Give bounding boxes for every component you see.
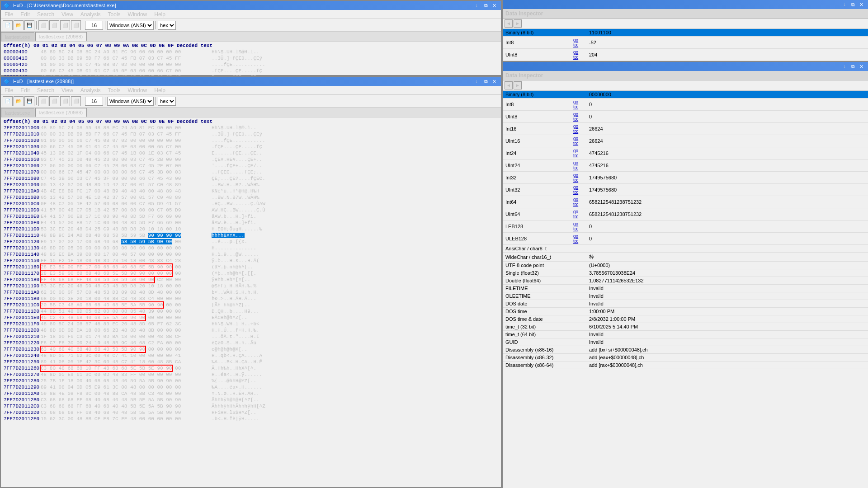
hex-row-2-3[interactable]: 7FF7D201103000 66 C7 45 0B 01 01 C7 45 0… xyxy=(4,144,498,150)
close-btn-2[interactable]: ✕ xyxy=(491,79,498,84)
menu-search-1[interactable]: Search xyxy=(35,11,56,18)
hex-row-2-8[interactable]: 7FF7D2011080C7 45 3B 00 03 C7 45 3F 09 0… xyxy=(4,175,498,182)
menu-view-2[interactable]: View xyxy=(60,87,75,94)
menu-file-2[interactable]: File xyxy=(3,87,15,94)
hex-row-2-45[interactable]: 7FF7D20112D0C3 68 68 68 FF 68 40 68 40 4… xyxy=(4,409,498,416)
hex-row-2-37[interactable]: 7FF7D201125089 41 08 05 1E 42 3C 00 48 C… xyxy=(4,359,498,365)
tab-lasttest-20988-1[interactable]: lasttest.exe (20988) xyxy=(35,32,87,41)
tb1[interactable]: ⬜ xyxy=(38,20,48,30)
insp-goto-2[interactable]: go to: xyxy=(571,111,586,123)
insp-goto-1[interactable]: go to: xyxy=(571,99,586,111)
hex-row-2-33[interactable]: 7FF7D20112101F 18 00 F6 C3 01 74 0D BA 1… xyxy=(4,333,498,340)
hex-row-2-4[interactable]: 7FF7D201104045 13 06 02 1F 04 00 66 C7 4… xyxy=(4,150,498,156)
menu-help-2[interactable]: Help xyxy=(152,87,167,94)
hex-row-2-24[interactable]: 7FF7D2011180 FF 48 68 68 FF 48 68 59 5B … xyxy=(4,277,498,283)
close-btn-1[interactable]: ✕ xyxy=(491,3,498,9)
close-btn-insp1[interactable]: ✕ xyxy=(858,2,865,8)
hex-row-2-44[interactable]: 7FF7D20112C0C3 68 68 68 FF 68 40 68 40 4… xyxy=(4,403,498,409)
insp-goto-int8-1[interactable]: go to: xyxy=(571,37,586,49)
insp-goto-8[interactable]: go to: xyxy=(571,184,586,196)
menu-edit-1[interactable]: Edit xyxy=(19,11,32,18)
nav-left-1[interactable]: ◀ xyxy=(505,19,513,28)
hex-row-1-2[interactable]: 00000420 01 00 00 00 66 C7 45 0B 07 02 0… xyxy=(4,61,498,68)
tab-lasttest-2[interactable]: lasttest.exe xyxy=(1,108,34,117)
hex-row-2-6[interactable]: 7FF7D201106027 06 00 00 00 66 C7 45 2B 0… xyxy=(4,163,498,169)
menu-analysis-1[interactable]: Analysis xyxy=(79,11,103,18)
hex-row-2-23[interactable]: 7FF7D2011170 28 E3 59 00 68 68 40 68 5E … xyxy=(4,270,498,277)
hex-row-2-30[interactable]: 7FF7D20111E0 45 C2 43 48 68 40 68 5E 5A … xyxy=(4,314,498,321)
hex-row-2-42[interactable]: 7FF7D20112A059 8B 4E 08 F8 9C 00 48 8B C… xyxy=(4,390,498,397)
tab-lasttest-20988-2[interactable]: lasttest.exe (20988) xyxy=(35,108,87,117)
menu-tools-2[interactable]: Tools xyxy=(106,87,123,94)
new-btn-1[interactable]: 📄 xyxy=(3,20,13,30)
hex-row-2-34[interactable]: 7FF7D2011220E8 C7 F8 30 00 24 10 48 8B 9… xyxy=(4,340,498,346)
encoding-select-1[interactable]: Windows (ANSI) xyxy=(107,21,154,30)
hex-row-2-38[interactable]: 7FF7D2011260 C3 80 48 68 68 10 FF 48 68 … xyxy=(4,365,498,371)
menu-tools-1[interactable]: Tools xyxy=(106,11,123,18)
hex-row-2-7[interactable]: 7FF7D201107000 00 66 C7 45 47 00 00 00 0… xyxy=(4,169,498,175)
hex-row-2-32[interactable]: 7FF7D201120048 8D 0D 0B DA 18 00 66 2B 4… xyxy=(4,327,498,333)
tb6[interactable]: ⬜ xyxy=(49,96,59,106)
hex-row-2-18[interactable]: 7FF7D2011120 E9 17 07 02 17 00 68 40 68 … xyxy=(4,239,498,245)
tb3[interactable]: ⬜ xyxy=(60,20,70,30)
nav-right-1[interactable]: ▶ xyxy=(514,19,522,28)
hex-row-2-35[interactable]: 7FF7D2011230 63 40 68 40 68 40 68 40 58 … xyxy=(4,346,498,352)
insp-goto-10[interactable]: go to: xyxy=(571,208,586,221)
tab-lasttest-1[interactable]: lasttest.exe xyxy=(1,32,34,41)
hex-row-2-25[interactable]: 7FF7D201119053 3C EC 20 48 D9 48 C3 48 8… xyxy=(4,283,498,289)
insp-goto-binary-1[interactable] xyxy=(571,29,586,37)
open-btn-2[interactable]: 📂 xyxy=(14,96,24,106)
new-btn-2[interactable]: 📄 xyxy=(3,96,13,106)
tb7[interactable]: ⬜ xyxy=(60,96,70,106)
open-btn-1[interactable]: 📂 xyxy=(14,20,24,30)
hex-row-2-26[interactable]: 7FF7D20111A062 3C 00 0F 57 C0 48 53 D3 0… xyxy=(4,289,498,296)
hex-row-2-41[interactable]: 7FF7D201129089 41 08 04 0D 05 E9 61 3C 0… xyxy=(4,384,498,390)
encoding-select-2[interactable]: Windows (ANSI) xyxy=(107,97,154,106)
nav-left-2[interactable]: ◀ xyxy=(505,81,513,89)
hex-row-2-28[interactable]: 7FF7D20111C0 20 5B C3 48 A0 68 68 40 68 … xyxy=(4,302,498,308)
menu-window-2[interactable]: Window xyxy=(126,87,149,94)
insp-goto-12[interactable]: go to: xyxy=(571,233,586,245)
hex-row-2-9[interactable]: 7FF7D201109005 13 42 57 00 48 8D 1D 42 3… xyxy=(4,182,498,188)
tb8[interactable]: ⬜ xyxy=(71,96,81,106)
hex-row-2-11[interactable]: 7FF7D20110B005 13 42 57 00 4E 1D 42 37 5… xyxy=(4,194,498,201)
menu-search-2[interactable]: Search xyxy=(35,87,56,94)
hex-row-2-13[interactable]: 7FF7D20110D041 57 00 48 C7 05 1B 42 57 0… xyxy=(4,207,498,213)
restore-btn-2[interactable]: ⧉ xyxy=(482,79,490,84)
hex-row-2-21[interactable]: 7FF7D2011150FF 15 F2 1F 18 00 48 8D 73 1… xyxy=(4,258,498,264)
format-select-1[interactable]: hex xyxy=(158,21,176,30)
hex-row-2-39[interactable]: 7FF7D201127048 8D 05 E9 61 3C 00 0D 48 8… xyxy=(4,371,498,378)
hex-row-2-10[interactable]: 7FF7D20110A04B 4E E8 B9 FC 17 00 48 B9 4… xyxy=(4,188,498,194)
insp-goto-4[interactable]: go to: xyxy=(571,135,586,147)
tb5[interactable]: ⬜ xyxy=(38,96,48,106)
format-select-2[interactable]: hex xyxy=(158,97,176,106)
insp-goto-11[interactable]: go to: xyxy=(571,221,586,233)
hex-row-2-31[interactable]: 7FF7D20111F048 89 5C 24 08 57 48 83 EC 2… xyxy=(4,321,498,327)
insp-goto-6[interactable]: go to: xyxy=(571,160,586,172)
hex-row-2-2[interactable]: 7FF7D201102001 00 00 00 66 C7 45 0B 07 0… xyxy=(4,137,498,144)
restore-btn-1[interactable]: ⧉ xyxy=(482,3,490,9)
hex-row-1-0[interactable]: 00000400 48 89 5C 24 08 8C 24 A9 81 EC 9… xyxy=(4,49,498,55)
menu-analysis-2[interactable]: Analysis xyxy=(79,87,103,94)
tb4[interactable]: ⬜ xyxy=(71,20,81,30)
hex-row-2-17[interactable]: 7FF7D2011110 48 8B 9C 24 A0 68 40 68 58 … xyxy=(4,232,498,239)
insp-goto-9[interactable]: go to: xyxy=(571,196,586,208)
insp-goto-5[interactable]: go to: xyxy=(571,147,586,160)
hex-row-2-22[interactable]: 7FF7D2011160 28 E3 59 00 FE 17 00 68 68 … xyxy=(4,264,498,270)
insp-goto-7[interactable]: go to: xyxy=(571,172,586,184)
close-btn-insp2[interactable]: ✕ xyxy=(858,64,865,70)
hex-row-2-15[interactable]: 7FF7D20110F0E4 41 57 00 E8 17 1C 00 90 4… xyxy=(4,220,498,226)
menu-view-1[interactable]: View xyxy=(60,11,75,18)
hex-row-2-40[interactable]: 7FF7D201128025 7B 1F 18 00 40 68 68 48 4… xyxy=(4,378,498,384)
hex-row-2-5[interactable]: 7FF7D201105003 C7 45 23 00 48 45 23 00 0… xyxy=(4,156,498,163)
hex-row-2-16[interactable]: 7FF7D201110053 3C EC 20 48 D4 25 C9 48 8… xyxy=(4,226,498,232)
menu-edit-2[interactable]: Edit xyxy=(19,87,32,94)
hex-row-2-1[interactable]: 7FF7D201101000 00 33 DB 89 5D F7 66 C7 4… xyxy=(4,131,498,137)
zoom-input-1[interactable] xyxy=(85,21,103,30)
restore-btn-insp1[interactable]: ⧉ xyxy=(849,2,857,8)
hex-row-2-14[interactable]: 7FF7D20110E0E4 41 57 00 E8 17 1C 00 90 4… xyxy=(4,213,498,220)
zoom-input-2[interactable] xyxy=(85,97,103,106)
hex-row-2-27[interactable]: 7FF7D20111B068 D0 9D 3E 20 18 00 48 8B C… xyxy=(4,296,498,302)
hex-row-2-29[interactable]: 7FF7D20111D044 8B 51 48 8D 05 62 00 00 0… xyxy=(4,308,498,314)
hex-row-1-3[interactable]: 00000430 00 66 C7 45 0B 01 01 C7 45 0F 0… xyxy=(4,68,498,74)
